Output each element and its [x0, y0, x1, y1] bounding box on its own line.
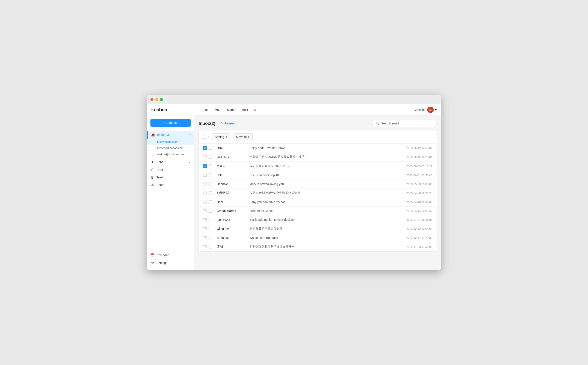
setting-chevron-icon: ▾: [225, 135, 227, 139]
row-checkbox[interactable]: [209, 200, 212, 204]
email-sender: Yelp: [217, 174, 247, 177]
svg-rect-0: [203, 146, 207, 150]
nav-item-site[interactable]: Site: [200, 107, 211, 113]
avatar-area[interactable]: M ▾: [427, 107, 437, 113]
email-sender: IconScout: [217, 218, 247, 221]
row-icons: [203, 236, 214, 239]
email-row[interactable]: IconScout Easily add motion to your desi…: [199, 215, 437, 224]
select-all-area: ▾: [203, 135, 209, 139]
sidebar-item-trash[interactable]: 🗑 Trash: [147, 174, 194, 181]
main-layout: + Compose 📥 Inbox(231) ▾ info@kooboo.com…: [147, 115, 441, 270]
sidebar-item-calendar[interactable]: 📅 Calendar: [147, 251, 194, 259]
email-row[interactable]: QingFlow 您的服务将于三天后到期 2022-12-12 09:04:02: [199, 224, 437, 233]
row-checkbox[interactable]: [209, 191, 212, 195]
mail-icon: [203, 245, 207, 248]
email-row[interactable]: Dribbble Mary is now following you 2023-…: [199, 180, 437, 189]
svg-rect-11: [203, 246, 207, 248]
mail-icon: [203, 174, 207, 177]
row-checkbox[interactable]: [209, 182, 212, 186]
sub-account-service[interactable]: service@kooboo.com: [147, 145, 194, 151]
sidebar: + Compose 📥 Inbox(231) ▾ info@kooboo.com…: [147, 115, 194, 270]
row-checkbox[interactable]: [209, 209, 212, 213]
svg-rect-2: [203, 164, 207, 168]
select-all-checkbox[interactable]: [203, 135, 206, 139]
row-checkbox[interactable]: [209, 245, 212, 248]
move-to-chevron-icon: ▾: [248, 135, 249, 139]
email-row[interactable]: Uber Baby you can drive my car 2023-04-1…: [199, 198, 437, 207]
inbox-header: Inbox(2) ↻ Refresh 🔍: [199, 120, 437, 127]
move-to-button[interactable]: Move to ▾: [233, 133, 253, 140]
move-to-label: Move to: [236, 135, 247, 139]
check-icon: [203, 165, 207, 168]
email-row[interactable]: Yelp See Summer's Top 10 2023-06-01 12:3…: [199, 171, 437, 180]
inbox-title: Inbox(2): [199, 121, 215, 126]
email-sender: 蓝湖: [217, 245, 247, 249]
sub-account-relation[interactable]: relation@kooboo.com: [147, 151, 194, 157]
settings-icon: ⚙: [150, 261, 154, 265]
svg-rect-1: [203, 156, 207, 158]
chevron-down-icon: ▾: [247, 108, 248, 112]
sun-icon[interactable]: ☼: [251, 107, 259, 113]
email-subject: Free credit Check: [249, 209, 395, 213]
email-row[interactable]: HBO Enjoy Your Favorite Shows 2023-06-12…: [199, 144, 437, 152]
row-icons: [203, 164, 214, 168]
nav-items: Site Mail Market 🇺🇸 ▾ ☼: [200, 107, 414, 113]
svg-rect-8: [203, 218, 207, 221]
compose-button[interactable]: + Compose: [150, 119, 191, 126]
search-input[interactable]: [381, 122, 433, 125]
email-subject: Enjoy Your Favorite Shows: [249, 146, 395, 150]
sidebar-item-draft[interactable]: 🗒 Draft: [147, 166, 194, 174]
email-date: 2023-05-23 23:00:06: [398, 182, 432, 186]
mail-icon: [203, 155, 207, 158]
minimize-button[interactable]: [155, 98, 158, 101]
nav-item-mail[interactable]: Mail: [211, 107, 223, 113]
sidebar-item-sent[interactable]: ✈ Sent ▲: [147, 158, 194, 166]
email-row[interactable]: Creddit Karma Free credit Check 2023-04-…: [199, 207, 437, 215]
row-checkbox[interactable]: [209, 236, 212, 239]
sidebar-trash-label: Trash: [156, 176, 191, 179]
sub-accounts: info@kooboo.com service@kooboo.com relat…: [147, 139, 194, 157]
row-checkbox[interactable]: [209, 174, 212, 177]
sidebar-inbox-section: 📥 Inbox(231) ▾ info@kooboo.com service@k…: [147, 131, 194, 157]
row-checkbox[interactable]: [209, 218, 212, 221]
app-window: kooboo Site Mail Market 🇺🇸 ▾ ☼ Console M…: [147, 95, 441, 270]
mail-icon: [203, 218, 207, 221]
nav-flag[interactable]: 🇺🇸 ▾: [240, 107, 251, 113]
row-icons: [203, 200, 214, 204]
email-date: 2023-06-12 14:55:07: [398, 146, 432, 150]
sidebar-item-inbox[interactable]: 📥 Inbox(231) ▾: [147, 131, 194, 139]
setting-button[interactable]: Setting ▾: [211, 133, 230, 140]
sidebar-item-settings[interactable]: ⚙ Settings: [147, 259, 194, 267]
mail-icon: [203, 227, 207, 230]
console-button[interactable]: Console: [414, 108, 425, 112]
content-area: Inbox(2) ↻ Refresh 🔍 ▾: [194, 115, 441, 270]
email-row[interactable]: Behance Welcome to Behance 2022-12-11 17…: [199, 233, 437, 242]
email-subject: 您的服务将于三天后到期: [249, 227, 395, 231]
row-checkbox[interactable]: [209, 155, 212, 159]
flag-icon: 🇺🇸: [242, 108, 246, 112]
close-button[interactable]: [150, 98, 153, 101]
svg-rect-3: [203, 174, 207, 176]
row-checkbox[interactable]: [209, 146, 212, 150]
row-checkbox[interactable]: [209, 227, 212, 231]
sidebar-item-spam[interactable]: ⚠ Spam: [147, 181, 194, 189]
email-row[interactable]: 神策数据 仅需3分钟,快速评估企业数据化成熟度 2023-04-30 12:31…: [199, 189, 437, 198]
nav-item-market[interactable]: Market: [224, 107, 239, 113]
row-icons: [203, 155, 214, 159]
email-date: 2022-12-11 17:23:32: [398, 236, 432, 239]
top-nav: kooboo Site Mail Market 🇺🇸 ▾ ☼ Console M…: [147, 104, 441, 115]
email-row[interactable]: CODING 一分钟了解,CODING更多高效开发小技巧 2023-06-12 …: [199, 152, 437, 162]
sub-account-info[interactable]: info@kooboo.com: [147, 139, 194, 145]
sidebar-spam-label: Spam: [156, 183, 191, 187]
email-date: 2023-01-31 18:35:01: [398, 218, 432, 221]
svg-rect-4: [203, 183, 207, 185]
email-sender: Dribbble: [217, 182, 247, 186]
email-row[interactable]: 阿里云 云防火墙安全周报,2023.06.12 2023-06-05 07:12…: [199, 162, 437, 171]
row-icons: [203, 227, 214, 231]
check-icon: [203, 146, 207, 149]
refresh-button[interactable]: ↻ Refresh: [219, 121, 237, 126]
email-row[interactable]: 蓝湖 时刻保障您和团队的设计文件安全 2022-11-23 17:57:02: [199, 242, 437, 251]
select-chevron-icon[interactable]: ▾: [208, 136, 209, 138]
row-checkbox[interactable]: [209, 164, 212, 168]
maximize-button[interactable]: [160, 98, 163, 101]
